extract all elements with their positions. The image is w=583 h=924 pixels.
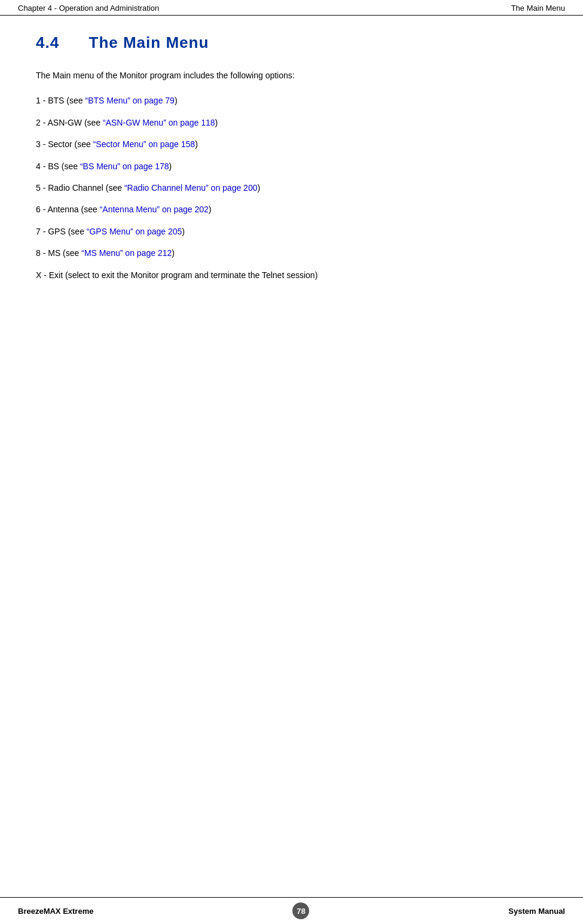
menu-item-x: X - Exit (select to exit the Monitor pro…	[36, 269, 547, 282]
menu-item-6: 6 - Antenna (see “Antenna Menu” on page …	[36, 203, 547, 216]
menu-item-1-prefix: 1 - BTS (see	[36, 96, 85, 105]
menu-item-4-link[interactable]: “BS Menu” on page 178	[80, 161, 169, 171]
menu-item-3-suffix: )	[195, 139, 198, 149]
menu-item-8: 8 - MS (see “MS Menu” on page 212)	[36, 246, 547, 260]
menu-item-8-prefix: 8 - MS (see	[36, 248, 81, 258]
menu-items-list: 1 - BTS (see “BTS Menu” on page 79) 2 - …	[36, 94, 547, 282]
menu-item-5-prefix: 5 - Radio Channel (see	[36, 183, 124, 193]
menu-item-7-suffix: )	[182, 227, 185, 236]
footer-product-name: BreezeMAX Extreme	[18, 907, 93, 916]
menu-item-2-suffix: )	[215, 118, 218, 127]
menu-item-3: 3 - Sector (see “Sector Menu” on page 15…	[36, 138, 547, 151]
section-title: 4.4 The Main Menu	[36, 33, 547, 52]
menu-item-5-link[interactable]: “Radio Channel Menu” on page 200	[124, 183, 258, 193]
page-container: Chapter 4 - Operation and Administration…	[0, 0, 583, 924]
intro-paragraph: The Main menu of the Monitor program inc…	[36, 69, 547, 82]
menu-item-7-prefix: 7 - GPS (see	[36, 227, 87, 236]
menu-item-7-link[interactable]: “GPS Menu” on page 205	[87, 227, 182, 236]
header-chapter: Chapter 4 - Operation and Administration	[18, 4, 159, 13]
menu-item-4-suffix: )	[169, 161, 172, 171]
menu-item-5: 5 - Radio Channel (see “Radio Channel Me…	[36, 181, 547, 194]
menu-item-8-suffix: )	[172, 248, 175, 258]
footer-manual-name: System Manual	[508, 907, 565, 916]
menu-item-3-prefix: 3 - Sector (see	[36, 139, 93, 149]
menu-item-2: 2 - ASN-GW (see “ASN-GW Menu” on page 11…	[36, 116, 547, 129]
footer-page-number: 78	[292, 902, 309, 919]
menu-item-x-text: X - Exit (select to exit the Monitor pro…	[36, 270, 318, 280]
menu-item-2-prefix: 2 - ASN-GW (see	[36, 118, 103, 127]
menu-item-1: 1 - BTS (see “BTS Menu” on page 79)	[36, 94, 547, 107]
menu-item-4: 4 - BS (see “BS Menu” on page 178)	[36, 160, 547, 173]
section-number: 4.4	[36, 33, 59, 51]
menu-item-3-link[interactable]: “Sector Menu” on page 158	[93, 139, 195, 149]
content-area: 4.4 The Main Menu The Main menu of the M…	[0, 16, 583, 897]
header-section: The Main Menu	[511, 4, 565, 13]
menu-item-7: 7 - GPS (see “GPS Menu” on page 205)	[36, 225, 547, 238]
menu-item-8-link[interactable]: “MS Menu” on page 212	[81, 248, 172, 258]
menu-item-6-prefix: 6 - Antenna (see	[36, 205, 100, 214]
menu-item-6-suffix: )	[209, 205, 212, 214]
menu-item-1-suffix: )	[175, 96, 178, 105]
menu-item-5-suffix: )	[257, 183, 260, 193]
section-heading: The Main Menu	[89, 33, 209, 51]
menu-item-2-link[interactable]: “ASN-GW Menu” on page 118	[103, 118, 215, 127]
menu-item-4-prefix: 4 - BS (see	[36, 161, 80, 171]
menu-item-6-link[interactable]: “Antenna Menu” on page 202	[100, 205, 209, 214]
header-bar: Chapter 4 - Operation and Administration…	[0, 0, 583, 16]
menu-item-1-link[interactable]: “BTS Menu” on page 79	[85, 96, 174, 105]
footer-bar: BreezeMAX Extreme 78 System Manual	[0, 897, 583, 924]
